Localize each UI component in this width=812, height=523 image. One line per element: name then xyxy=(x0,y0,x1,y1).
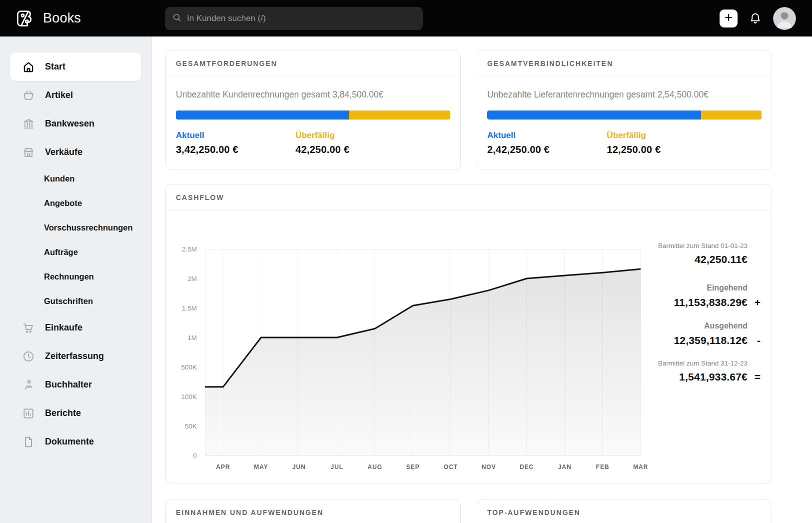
cashflow-stat-label: Ausgehend xyxy=(641,322,761,330)
y-tick-label: 0 xyxy=(193,452,197,460)
x-tick-label: JUL xyxy=(331,464,344,470)
page: Books xyxy=(0,0,812,523)
sidebar-item-start[interactable]: Start xyxy=(10,52,141,81)
payables-progress-current xyxy=(487,110,701,120)
sidebar-item-label: Berichte xyxy=(45,408,81,418)
plus-icon xyxy=(724,12,734,24)
document-icon xyxy=(22,436,35,448)
x-tick-label: JUN xyxy=(292,464,306,470)
x-tick-label: APR xyxy=(216,464,230,470)
payables-subtitle: Unbezahlte Lieferantenrechnungen gesamt … xyxy=(487,90,762,100)
accountant-icon xyxy=(22,378,35,392)
sidebar-item-angebote[interactable]: Angebote xyxy=(10,191,141,216)
user-avatar[interactable] xyxy=(773,7,796,30)
sidebar-item-label: Start xyxy=(45,62,65,72)
sidebar-item-verkufe[interactable]: Verkäufe xyxy=(10,138,141,166)
sidebar-item-label: Bankwesen xyxy=(45,118,94,129)
receivables-card: GESAMTFORDERUNGEN Unbezahlte Kundenrechn… xyxy=(165,50,461,170)
sidebar-item-rechnungen[interactable]: Rechnungen xyxy=(10,264,141,289)
cashflow-stat: Barmittel zum Stand 31-12-231,541,933.67… xyxy=(641,360,761,383)
sidebar-item-label: Artikel xyxy=(45,90,73,100)
x-tick-label: DEC xyxy=(520,464,534,470)
cashflow-stat-sign: = xyxy=(748,371,761,383)
receivables-card-title: GESAMTFORDERUNGEN xyxy=(166,50,460,77)
sidebar-item-bankwesen[interactable]: Bankwesen xyxy=(10,110,141,138)
sidebar-item-berichte[interactable]: Berichte xyxy=(10,399,141,428)
payables-progress-bar xyxy=(487,110,762,120)
cashflow-stat-label: Barmittel zum Stand 01-01-23 xyxy=(641,242,761,250)
store-icon xyxy=(22,146,35,159)
y-tick-label: 100K xyxy=(181,393,197,400)
sidebar-item-label: Buchhalter xyxy=(45,380,92,390)
bottom-row: EINNAHMEN UND AUFWENDUNGEN TOP-AUFWENDUN… xyxy=(165,499,772,523)
sidebar-item-kunden[interactable]: Kunden xyxy=(10,166,141,191)
sidebar-item-label: Dokumente xyxy=(45,436,94,447)
sidebar-item-artikel[interactable]: Artikel xyxy=(10,81,141,110)
cashflow-stat-value: 12,359,118.12€ xyxy=(674,334,748,346)
sidebar-item-zeiterfassung[interactable]: Zeiterfassung xyxy=(10,342,141,370)
receivables-subtitle: Unbezahlte Kundenrechnungen gesamt 3,84,… xyxy=(176,90,450,100)
main-content: GESAMTFORDERUNGEN Unbezahlte Kundenrechn… xyxy=(151,36,812,523)
receivables-progress-bar xyxy=(176,110,450,120)
income-expense-card-title: EINNAHMEN UND AUFWENDUNGEN xyxy=(166,500,460,523)
cashflow-chart xyxy=(205,249,641,456)
clock-icon xyxy=(22,350,35,363)
y-tick-label: 1.5M xyxy=(182,304,197,312)
home-icon xyxy=(22,60,35,74)
y-tick-label: 1M xyxy=(187,334,197,342)
sidebar-item-einkaufe[interactable]: Einkaufe xyxy=(10,314,141,342)
receivables-overdue-label: Überfällig xyxy=(295,130,415,140)
cashflow-stat-sign: - xyxy=(748,334,761,346)
notifications-bell-icon[interactable] xyxy=(749,12,762,25)
receivables-overdue-value: 42,250.00 € xyxy=(295,144,415,156)
y-tick-label: 50K xyxy=(185,422,197,430)
y-tick-label: 500K xyxy=(181,364,197,371)
sidebar-item-buchhalter[interactable]: Buchhalter xyxy=(10,370,141,399)
books-logo-icon xyxy=(15,8,35,28)
cashflow-stat-value: 1,541,933.67€ xyxy=(679,371,748,383)
search-icon xyxy=(172,12,182,24)
sidebar-item-gutschriften[interactable]: Gutschriften xyxy=(10,289,141,314)
search-input[interactable] xyxy=(187,14,416,24)
sidebar-item-label: Aufträge xyxy=(44,248,78,257)
x-tick-label: JAN xyxy=(558,464,572,470)
top-expenses-card-title: TOP-AUFWENDUNGEN xyxy=(477,500,772,523)
cashflow-y-axis: 2.5M2M1.5M1M500K100K50K0 xyxy=(176,249,205,456)
receivables-current-label: Aktuell xyxy=(176,130,295,140)
sidebar-item-auftrge[interactable]: Aufträge xyxy=(10,240,141,264)
sidebar-item-label: Verkäufe xyxy=(45,147,82,158)
x-tick-label: AUG xyxy=(368,464,383,470)
cart-icon xyxy=(22,322,35,334)
cashflow-stat: Eingehend11,153,838.29€+ xyxy=(641,284,761,308)
y-tick-label: 2M xyxy=(187,275,197,282)
sidebar-item-dokumente[interactable]: Dokumente xyxy=(10,428,141,456)
cashflow-stats-panel: Barmittel zum Stand 01-01-2342,250.11€Ei… xyxy=(641,211,761,476)
cashflow-stat-label: Barmittel zum Stand 31-12-23 xyxy=(641,360,761,367)
x-tick-label: SEP xyxy=(406,464,420,470)
search-box[interactable] xyxy=(165,7,423,30)
sidebar-item-vorschussrechnungen[interactable]: Vorschussrechnungen xyxy=(10,216,141,240)
income-expense-card: EINNAHMEN UND AUFWENDUNGEN xyxy=(165,499,461,523)
add-button[interactable] xyxy=(720,10,738,28)
cashflow-stat-label: Eingehend xyxy=(641,284,761,292)
sidebar-item-label: Kunden xyxy=(44,174,74,184)
receivables-current-value: 3,42,250.00 € xyxy=(176,144,295,156)
basket-icon xyxy=(22,89,35,102)
cashflow-x-axis: APRMAYJUNJULAUGSEPOCTNOVDECJANFEBMAR xyxy=(205,456,641,476)
x-tick-label: FEB xyxy=(596,464,610,470)
sidebar-item-label: Angebote xyxy=(44,198,82,208)
bank-icon xyxy=(22,118,35,130)
receivables-progress-current xyxy=(176,110,349,120)
cashflow-stat-value: 42,250.11€ xyxy=(695,254,748,266)
sidebar-item-label: Zeiterfassung xyxy=(45,351,104,362)
x-tick-label: NOV xyxy=(482,464,496,470)
summary-row: GESAMTFORDERUNGEN Unbezahlte Kundenrechn… xyxy=(165,50,772,170)
cashflow-card: CASHFLOW 2.5M2M1.5M1M500K100K50K0 APRMAY… xyxy=(165,184,772,484)
x-tick-label: OCT xyxy=(444,464,458,470)
cashflow-stat: Ausgehend12,359,118.12€- xyxy=(641,322,761,346)
payables-current-value: 2,42,250.00 € xyxy=(487,144,607,156)
top-expenses-card: TOP-AUFWENDUNGEN xyxy=(477,499,772,523)
payables-current-label: Aktuell xyxy=(487,130,607,140)
brand: Books xyxy=(0,8,151,28)
sidebar-nav: StartArtikelBankwesenVerkäufeKundenAngeb… xyxy=(10,52,141,456)
